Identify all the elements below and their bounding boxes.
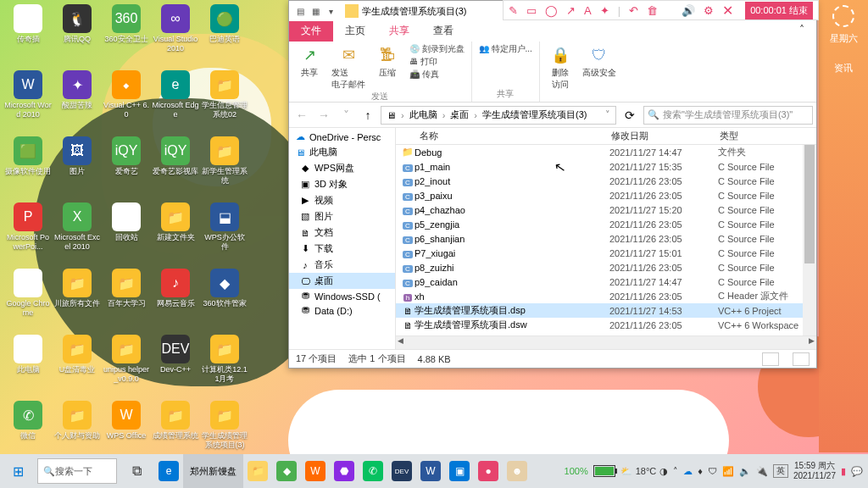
refresh-button[interactable]: ⟳: [620, 106, 640, 125]
desktop-icon[interactable]: ♪网易云音乐: [152, 269, 199, 333]
file-list[interactable]: 📁Debug2021/11/27 14:47文件夹Cp1_main2021/11…: [396, 145, 816, 336]
desktop-icon[interactable]: 📁百年大学习: [103, 269, 150, 333]
table-row[interactable]: Cp4_chazhao2021/11/27 15:20C Source File: [396, 202, 816, 217]
nav-item[interactable]: ⛃Data (D:): [289, 303, 395, 318]
desktop-icon[interactable]: iQY爱奇艺: [103, 136, 150, 201]
system-tray[interactable]: 100% ⛅18°C◑ ˄ ☁ ♦ 🛡 📶 🔈 🔌 英 15:59 周六 202…: [559, 461, 868, 481]
breadcrumb[interactable]: 🖥› 此电脑› 桌面› 学生成绩管理系统项目(3) ˅: [381, 106, 616, 125]
specific-users-button[interactable]: 👥 特定用户...: [479, 43, 532, 55]
desktop-icon[interactable]: iQY爱奇艺影视库: [152, 136, 199, 201]
fax-button[interactable]: 📠 传真: [409, 69, 465, 80]
ribbon-collapse-icon[interactable]: ˄: [787, 21, 816, 42]
view-large-button[interactable]: [793, 352, 810, 366]
table-row[interactable]: 📁Debug2021/11/27 14:47文件夹: [396, 145, 816, 159]
battery-icon[interactable]: [593, 465, 615, 477]
text-icon[interactable]: A: [584, 4, 592, 17]
desktop-icon[interactable]: ⬓WPS办公软件: [201, 202, 248, 267]
desktop-icon[interactable]: ◎Google Chrome: [4, 269, 52, 333]
desktop-icon[interactable]: 🟢巴迪英语: [201, 4, 248, 69]
remove-access-button[interactable]: 🔒删除 访问: [547, 43, 574, 91]
nav-item[interactable]: 🖥此电脑: [289, 144, 395, 160]
desktop-icon[interactable]: 📁U盘清毒业: [53, 335, 101, 399]
vertical-scrollbar[interactable]: [803, 145, 816, 336]
trash-icon[interactable]: 🗑: [647, 4, 658, 17]
taskbar-avatar[interactable]: ☻: [503, 454, 531, 488]
nav-item[interactable]: 🗎文档: [289, 225, 395, 241]
task-view-button[interactable]: ⧉: [119, 454, 154, 488]
burn-button[interactable]: 💿 刻录到光盘: [409, 43, 465, 55]
nav-item[interactable]: ☁OneDrive - Persc: [289, 130, 395, 144]
desktop-icon[interactable]: 🐧腾讯QQ: [53, 4, 101, 69]
print-button[interactable]: 🖶 打印: [409, 56, 465, 68]
desktop-icon[interactable]: DEVDev-C++: [152, 335, 199, 399]
desktop-icon[interactable]: ✦酸甜苦辣: [53, 70, 101, 135]
search-input[interactable]: 🔍搜索"学生成绩管理系统项目(3)": [643, 106, 813, 125]
taskbar-browser-tab[interactable]: 郑州新馒盘: [183, 454, 243, 488]
tray-shield-icon[interactable]: 🛡: [708, 466, 717, 476]
nav-history-icon[interactable]: ˅: [337, 106, 355, 125]
qat-dropdown-icon[interactable]: ▾: [325, 5, 337, 17]
tray-wifi-icon[interactable]: 📶: [722, 466, 734, 477]
table-row[interactable]: Cp1_main2021/11/27 15:35C Source File: [396, 159, 816, 174]
table-row[interactable]: Cp6_shanjian2021/11/26 23:05C Source Fil…: [396, 231, 816, 246]
scrollbar-thumb[interactable]: [804, 145, 815, 263]
desktop-icon[interactable]: 🟩摄像软件使用: [4, 136, 52, 201]
desktop-icon[interactable]: 📁新学生管理系统: [201, 136, 248, 201]
tray-power-icon[interactable]: 🔌: [756, 466, 768, 477]
desktop-icon[interactable]: 📁unipus helper_v0.9.0: [103, 335, 150, 399]
arrow-icon[interactable]: ↗: [566, 4, 576, 17]
ime-indicator[interactable]: 英: [773, 464, 788, 478]
nav-back-button[interactable]: ←: [292, 106, 311, 125]
taskbar-vc[interactable]: ⬣: [330, 454, 359, 488]
desktop-icon[interactable]: 📁学生信息管理系统02: [201, 70, 248, 135]
table-row[interactable]: 🗎学生成绩管理系统项目.dsw2021/11/26 23:05VC++ 6 Wo…: [396, 318, 816, 332]
table-row[interactable]: 🗎学生成绩管理系统项目.dsp2021/11/27 14:53VC++ 6 Pr…: [396, 303, 816, 318]
rect-icon[interactable]: ▭: [526, 4, 537, 17]
desktop-icon[interactable]: ⬥Visual C++ 6.0: [103, 70, 150, 135]
desktop-icon[interactable]: 📁计算机类12.11月考: [201, 335, 248, 399]
undo-icon[interactable]: ↶: [629, 4, 638, 17]
desktop-icon[interactable]: XMicrosoft Excel 2010: [53, 202, 101, 267]
nav-item[interactable]: ▶视频: [289, 192, 395, 208]
nav-item[interactable]: ♪音乐: [289, 257, 395, 273]
taskbar-edge[interactable]: e: [154, 454, 183, 488]
settings-icon[interactable]: ⚙: [704, 4, 714, 17]
table-row[interactable]: Cp9_caidan2021/11/27 14:47C Source File: [396, 274, 816, 289]
pencil-icon[interactable]: ✎: [509, 4, 518, 17]
tab-file[interactable]: 文件: [289, 21, 333, 42]
taskbar-app1[interactable]: ▣: [445, 454, 474, 488]
email-button[interactable]: ✉发送 电子邮件: [331, 43, 365, 91]
table-row[interactable]: Cp5_zengjia2021/11/26 23:05C Source File: [396, 217, 816, 231]
taskbar-rec[interactable]: ●: [474, 454, 503, 488]
advanced-security-button[interactable]: 🛡高级安全: [582, 43, 616, 79]
tray-noti1-icon[interactable]: ▮: [841, 466, 846, 477]
tab-home[interactable]: 主页: [333, 21, 377, 42]
table-row[interactable]: Cp2_inout2021/11/26 23:05C Source File: [396, 174, 816, 188]
stop-icon[interactable]: ✕: [722, 3, 733, 19]
desktop-icon[interactable]: 🖥此电脑: [4, 335, 52, 399]
taskbar[interactable]: ⊞ 🔍 搜索一下 ⧉ e 郑州新馒盘 📁 ◆ W ⬣ ✆ DEV W ▣ ● ☻…: [0, 454, 868, 488]
desktop-icon[interactable]: 🖼图片: [53, 136, 101, 201]
tray-tip-icon[interactable]: ♦: [698, 466, 703, 476]
nav-up-button[interactable]: ↑: [359, 106, 377, 125]
table-row[interactable]: Cp3_paixu2021/11/26 23:05C Source File: [396, 188, 816, 202]
horizontal-scrollbar[interactable]: [396, 336, 816, 349]
desktop-icon[interactable]: 🗑传奇插: [4, 4, 52, 69]
table-row[interactable]: hxh2021/11/26 23:05C Header 源文件: [396, 289, 816, 303]
taskbar-360[interactable]: ◆: [272, 454, 301, 488]
qat-properties-icon[interactable]: ▤: [294, 5, 306, 17]
nav-item[interactable]: ◆WPS网盘: [289, 160, 395, 176]
share-button[interactable]: ↗共享: [296, 43, 323, 79]
nav-item[interactable]: ⬇下载: [289, 241, 395, 257]
desktop-icon[interactable]: 📁新建文件夹: [152, 202, 199, 267]
desktop-icon[interactable]: 360360安全卫士: [103, 4, 150, 69]
taskbar-clock[interactable]: 15:59 周六 2021/11/27: [793, 461, 836, 481]
screen-recorder-toolbar[interactable]: ✎ ▭ ◯ ↗ A ✦ | ↶ 🗑 🔊 ⚙ ✕ 00:00:01 结束: [503, 0, 819, 20]
desktop-icon[interactable]: WMicrosoft Word 2010: [4, 70, 52, 135]
nav-fwd-button[interactable]: →: [314, 106, 333, 125]
recorder-timer[interactable]: 00:00:01 结束: [745, 2, 813, 19]
desktop-icon[interactable]: 🗑回收站: [103, 202, 150, 267]
taskbar-devcpp[interactable]: DEV: [387, 454, 416, 488]
taskbar-wps[interactable]: W: [301, 454, 330, 488]
qat-new-folder-icon[interactable]: ▦: [309, 5, 321, 17]
